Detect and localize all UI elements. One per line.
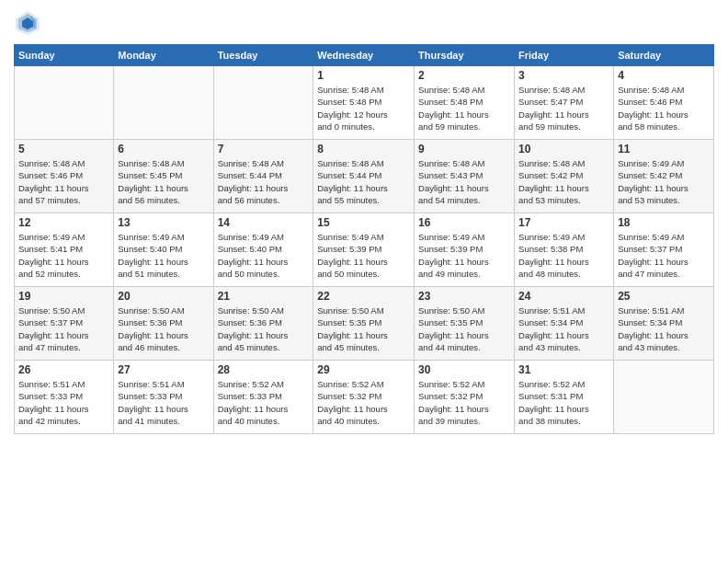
calendar-cell	[213, 66, 313, 140]
weekday-header: Thursday	[415, 45, 515, 66]
calendar-cell: 9Sunrise: 5:48 AM Sunset: 5:43 PM Daylig…	[415, 140, 515, 213]
day-detail: Sunrise: 5:48 AM Sunset: 5:46 PM Dayligh…	[618, 84, 710, 132]
calendar-cell: 16Sunrise: 5:49 AM Sunset: 5:39 PM Dayli…	[415, 213, 515, 287]
calendar-cell: 5Sunrise: 5:48 AM Sunset: 5:46 PM Daylig…	[15, 140, 114, 213]
day-detail: Sunrise: 5:48 AM Sunset: 5:43 PM Dayligh…	[418, 157, 510, 206]
day-detail: Sunrise: 5:48 AM Sunset: 5:48 PM Dayligh…	[418, 84, 510, 132]
weekday-header: Saturday	[614, 45, 714, 66]
day-detail: Sunrise: 5:51 AM Sunset: 5:33 PM Dayligh…	[18, 378, 109, 427]
calendar-cell: 20Sunrise: 5:50 AM Sunset: 5:36 PM Dayli…	[114, 287, 213, 361]
day-detail: Sunrise: 5:50 AM Sunset: 5:37 PM Dayligh…	[18, 304, 109, 353]
calendar-cell: 25Sunrise: 5:51 AM Sunset: 5:34 PM Dayli…	[614, 287, 714, 361]
day-number: 1	[317, 69, 410, 82]
calendar-cell: 2Sunrise: 5:48 AM Sunset: 5:48 PM Daylig…	[415, 66, 515, 140]
calendar-cell: 19Sunrise: 5:50 AM Sunset: 5:37 PM Dayli…	[15, 287, 114, 361]
weekday-header: Sunday	[15, 45, 114, 66]
day-number: 14	[218, 216, 310, 229]
header	[14, 9, 714, 37]
calendar-cell: 7Sunrise: 5:48 AM Sunset: 5:44 PM Daylig…	[213, 140, 313, 213]
day-number: 28	[218, 363, 310, 376]
calendar-cell: 29Sunrise: 5:52 AM Sunset: 5:32 PM Dayli…	[313, 361, 415, 434]
calendar-cell: 21Sunrise: 5:50 AM Sunset: 5:36 PM Dayli…	[213, 287, 313, 361]
day-number: 6	[118, 143, 209, 155]
day-number: 11	[618, 143, 710, 155]
calendar-table: SundayMondayTuesdayWednesdayThursdayFrid…	[14, 44, 714, 434]
day-detail: Sunrise: 5:50 AM Sunset: 5:35 PM Dayligh…	[317, 304, 410, 353]
calendar-cell: 3Sunrise: 5:48 AM Sunset: 5:47 PM Daylig…	[515, 66, 614, 140]
calendar-cell: 1Sunrise: 5:48 AM Sunset: 5:48 PM Daylig…	[313, 66, 415, 140]
day-detail: Sunrise: 5:49 AM Sunset: 5:38 PM Dayligh…	[518, 231, 609, 280]
calendar-week-row: 26Sunrise: 5:51 AM Sunset: 5:33 PM Dayli…	[15, 361, 714, 434]
calendar-cell: 28Sunrise: 5:52 AM Sunset: 5:33 PM Dayli…	[213, 361, 313, 434]
calendar-cell: 24Sunrise: 5:51 AM Sunset: 5:34 PM Dayli…	[515, 287, 614, 361]
day-number: 20	[118, 290, 209, 303]
calendar-cell: 8Sunrise: 5:48 AM Sunset: 5:44 PM Daylig…	[313, 140, 415, 213]
calendar-cell: 14Sunrise: 5:49 AM Sunset: 5:40 PM Dayli…	[213, 213, 313, 287]
day-detail: Sunrise: 5:48 AM Sunset: 5:48 PM Dayligh…	[317, 84, 410, 132]
weekday-header: Friday	[515, 45, 614, 66]
calendar-cell: 22Sunrise: 5:50 AM Sunset: 5:35 PM Dayli…	[313, 287, 415, 361]
day-number: 30	[418, 363, 510, 376]
calendar-cell: 17Sunrise: 5:49 AM Sunset: 5:38 PM Dayli…	[515, 213, 614, 287]
day-number: 13	[118, 216, 209, 229]
calendar-week-row: 19Sunrise: 5:50 AM Sunset: 5:37 PM Dayli…	[15, 287, 714, 361]
calendar-cell	[15, 66, 114, 140]
day-number: 18	[618, 216, 710, 229]
calendar-cell: 23Sunrise: 5:50 AM Sunset: 5:35 PM Dayli…	[415, 287, 515, 361]
day-number: 17	[518, 216, 609, 229]
day-number: 5	[18, 143, 109, 155]
calendar-cell: 18Sunrise: 5:49 AM Sunset: 5:37 PM Dayli…	[614, 213, 714, 287]
day-number: 16	[418, 216, 510, 229]
day-number: 19	[18, 290, 109, 303]
day-number: 29	[317, 363, 410, 376]
calendar-cell: 12Sunrise: 5:49 AM Sunset: 5:41 PM Dayli…	[15, 213, 114, 287]
calendar-cell: 31Sunrise: 5:52 AM Sunset: 5:31 PM Dayli…	[515, 361, 614, 434]
day-number: 15	[317, 216, 410, 229]
weekday-header: Monday	[114, 45, 213, 66]
day-detail: Sunrise: 5:49 AM Sunset: 5:42 PM Dayligh…	[618, 157, 710, 206]
calendar-cell: 4Sunrise: 5:48 AM Sunset: 5:46 PM Daylig…	[614, 66, 714, 140]
calendar-cell	[114, 66, 213, 140]
day-number: 23	[418, 290, 510, 303]
day-number: 22	[317, 290, 410, 303]
day-detail: Sunrise: 5:49 AM Sunset: 5:40 PM Dayligh…	[118, 231, 209, 280]
day-detail: Sunrise: 5:48 AM Sunset: 5:47 PM Dayligh…	[518, 84, 609, 132]
day-detail: Sunrise: 5:50 AM Sunset: 5:36 PM Dayligh…	[118, 304, 209, 353]
day-detail: Sunrise: 5:49 AM Sunset: 5:41 PM Dayligh…	[18, 231, 109, 280]
calendar-cell: 30Sunrise: 5:52 AM Sunset: 5:32 PM Dayli…	[415, 361, 515, 434]
day-number: 8	[317, 143, 410, 155]
calendar-week-row: 12Sunrise: 5:49 AM Sunset: 5:41 PM Dayli…	[15, 213, 714, 287]
calendar-header-row: SundayMondayTuesdayWednesdayThursdayFrid…	[15, 45, 714, 66]
day-detail: Sunrise: 5:48 AM Sunset: 5:45 PM Dayligh…	[118, 157, 209, 206]
day-detail: Sunrise: 5:51 AM Sunset: 5:34 PM Dayligh…	[618, 304, 710, 353]
day-detail: Sunrise: 5:51 AM Sunset: 5:34 PM Dayligh…	[518, 304, 609, 353]
day-detail: Sunrise: 5:49 AM Sunset: 5:39 PM Dayligh…	[317, 231, 410, 280]
calendar-cell: 6Sunrise: 5:48 AM Sunset: 5:45 PM Daylig…	[114, 140, 213, 213]
calendar-cell: 27Sunrise: 5:51 AM Sunset: 5:33 PM Dayli…	[114, 361, 213, 434]
day-detail: Sunrise: 5:48 AM Sunset: 5:44 PM Dayligh…	[218, 157, 310, 206]
calendar-cell: 10Sunrise: 5:48 AM Sunset: 5:42 PM Dayli…	[515, 140, 614, 213]
day-number: 27	[118, 363, 209, 376]
day-detail: Sunrise: 5:52 AM Sunset: 5:32 PM Dayligh…	[317, 378, 410, 427]
day-detail: Sunrise: 5:50 AM Sunset: 5:36 PM Dayligh…	[218, 304, 310, 353]
day-number: 2	[418, 69, 510, 82]
day-detail: Sunrise: 5:49 AM Sunset: 5:37 PM Dayligh…	[618, 231, 710, 280]
day-detail: Sunrise: 5:49 AM Sunset: 5:40 PM Dayligh…	[218, 231, 310, 280]
day-number: 9	[418, 143, 510, 155]
day-number: 12	[18, 216, 109, 229]
day-detail: Sunrise: 5:48 AM Sunset: 5:46 PM Dayligh…	[18, 157, 109, 206]
day-detail: Sunrise: 5:51 AM Sunset: 5:33 PM Dayligh…	[118, 378, 209, 427]
day-number: 26	[18, 363, 109, 376]
page: SundayMondayTuesdayWednesdayThursdayFrid…	[0, 0, 728, 563]
day-detail: Sunrise: 5:48 AM Sunset: 5:44 PM Dayligh…	[317, 157, 410, 206]
day-number: 25	[618, 290, 710, 303]
day-number: 31	[518, 363, 609, 376]
day-detail: Sunrise: 5:49 AM Sunset: 5:39 PM Dayligh…	[418, 231, 510, 280]
day-number: 24	[518, 290, 609, 303]
day-number: 7	[218, 143, 310, 155]
calendar-cell: 11Sunrise: 5:49 AM Sunset: 5:42 PM Dayli…	[614, 140, 714, 213]
calendar-week-row: 5Sunrise: 5:48 AM Sunset: 5:46 PM Daylig…	[15, 140, 714, 213]
calendar-week-row: 1Sunrise: 5:48 AM Sunset: 5:48 PM Daylig…	[15, 66, 714, 140]
weekday-header: Wednesday	[313, 45, 415, 66]
day-detail: Sunrise: 5:52 AM Sunset: 5:31 PM Dayligh…	[518, 378, 609, 427]
